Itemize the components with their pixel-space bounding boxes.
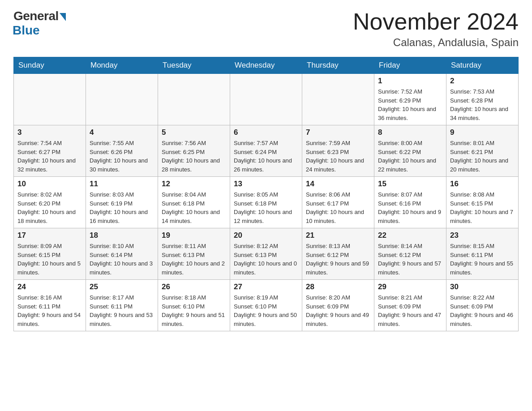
day-number: 11 (90, 180, 154, 188)
day-info: Sunrise: 8:14 AMSunset: 6:12 PMDaylight:… (378, 242, 442, 277)
week-row-2: 3Sunrise: 7:54 AMSunset: 6:27 PMDaylight… (14, 125, 519, 177)
day-info: Sunrise: 7:52 AMSunset: 6:29 PMDaylight:… (378, 87, 442, 122)
day-info: Sunrise: 7:55 AMSunset: 6:26 PMDaylight:… (90, 139, 154, 174)
logo-blue-text: Blue (13, 23, 40, 38)
day-info: Sunrise: 8:09 AMSunset: 6:15 PMDaylight:… (17, 242, 82, 277)
day-info: Sunrise: 7:59 AMSunset: 6:23 PMDaylight:… (306, 139, 370, 174)
day-info: Sunrise: 8:20 AMSunset: 6:09 PMDaylight:… (306, 293, 370, 328)
week-row-1: 1Sunrise: 7:52 AMSunset: 6:29 PMDaylight… (14, 74, 519, 125)
day-number: 3 (17, 128, 82, 137)
calendar-cell (302, 74, 374, 125)
calendar-cell: 26Sunrise: 8:18 AMSunset: 6:10 PMDayligh… (158, 280, 230, 331)
calendar-cell: 8Sunrise: 8:00 AMSunset: 6:22 PMDaylight… (374, 125, 446, 177)
day-number: 13 (234, 180, 298, 188)
day-number: 4 (90, 128, 154, 137)
day-info: Sunrise: 8:18 AMSunset: 6:10 PMDaylight:… (162, 293, 226, 328)
day-info: Sunrise: 8:19 AMSunset: 6:10 PMDaylight:… (234, 293, 298, 328)
day-number: 8 (378, 128, 442, 137)
calendar-cell: 28Sunrise: 8:20 AMSunset: 6:09 PMDayligh… (302, 280, 374, 331)
header-sunday: Sunday (14, 57, 86, 74)
calendar-cell: 1Sunrise: 7:52 AMSunset: 6:29 PMDaylight… (374, 74, 446, 125)
calendar-cell (86, 74, 158, 125)
calendar-cell (230, 74, 302, 125)
day-number: 29 (378, 283, 442, 291)
day-number: 10 (17, 180, 82, 188)
day-info: Sunrise: 8:21 AMSunset: 6:09 PMDaylight:… (378, 293, 442, 328)
day-number: 1 (378, 77, 442, 86)
day-number: 17 (17, 231, 82, 240)
day-info: Sunrise: 8:03 AMSunset: 6:19 PMDaylight:… (90, 190, 154, 225)
day-info: Sunrise: 8:07 AMSunset: 6:16 PMDaylight:… (378, 190, 442, 225)
calendar-cell: 15Sunrise: 8:07 AMSunset: 6:16 PMDayligh… (374, 177, 446, 228)
day-info: Sunrise: 7:57 AMSunset: 6:24 PMDaylight:… (234, 139, 298, 174)
calendar-cell: 16Sunrise: 8:08 AMSunset: 6:15 PMDayligh… (446, 177, 519, 228)
day-number: 12 (162, 180, 226, 188)
calendar-cell: 29Sunrise: 8:21 AMSunset: 6:09 PMDayligh… (374, 280, 446, 331)
day-info: Sunrise: 8:05 AMSunset: 6:18 PMDaylight:… (234, 190, 298, 225)
day-number: 2 (450, 77, 515, 86)
day-number: 5 (162, 128, 226, 137)
calendar-cell: 24Sunrise: 8:16 AMSunset: 6:11 PMDayligh… (14, 280, 86, 331)
day-info: Sunrise: 8:06 AMSunset: 6:17 PMDaylight:… (306, 190, 370, 225)
day-number: 20 (234, 231, 298, 240)
logo-top: General (13, 9, 66, 23)
day-number: 28 (306, 283, 370, 291)
calendar-cell: 20Sunrise: 8:12 AMSunset: 6:13 PMDayligh… (230, 228, 302, 280)
calendar-cell: 10Sunrise: 8:02 AMSunset: 6:20 PMDayligh… (14, 177, 86, 228)
logo-arrow-icon (60, 13, 66, 21)
calendar-cell: 30Sunrise: 8:22 AMSunset: 6:09 PMDayligh… (446, 280, 519, 331)
day-number: 15 (378, 180, 442, 188)
calendar-cell: 4Sunrise: 7:55 AMSunset: 6:26 PMDaylight… (86, 125, 158, 177)
day-info: Sunrise: 8:15 AMSunset: 6:11 PMDaylight:… (450, 242, 515, 277)
calendar-cell: 5Sunrise: 7:56 AMSunset: 6:25 PMDaylight… (158, 125, 230, 177)
day-info: Sunrise: 7:53 AMSunset: 6:28 PMDaylight:… (450, 87, 515, 122)
calendar-cell: 2Sunrise: 7:53 AMSunset: 6:28 PMDaylight… (446, 74, 519, 125)
week-row-5: 24Sunrise: 8:16 AMSunset: 6:11 PMDayligh… (14, 280, 519, 331)
calendar-cell: 6Sunrise: 7:57 AMSunset: 6:24 PMDaylight… (230, 125, 302, 177)
day-number: 25 (90, 283, 154, 291)
day-number: 21 (306, 231, 370, 240)
calendar-cell: 7Sunrise: 7:59 AMSunset: 6:23 PMDaylight… (302, 125, 374, 177)
logo: General Blue (13, 9, 66, 38)
day-info: Sunrise: 8:01 AMSunset: 6:21 PMDaylight:… (450, 139, 515, 174)
calendar-cell: 21Sunrise: 8:13 AMSunset: 6:12 PMDayligh… (302, 228, 374, 280)
location-title: Calanas, Andalusia, Spain (353, 36, 519, 49)
header-thursday: Thursday (302, 57, 374, 74)
calendar-cell: 18Sunrise: 8:10 AMSunset: 6:14 PMDayligh… (86, 228, 158, 280)
calendar-header-row: SundayMondayTuesdayWednesdayThursdayFrid… (14, 57, 519, 74)
day-info: Sunrise: 8:16 AMSunset: 6:11 PMDaylight:… (17, 293, 82, 328)
month-title: November 2024 (353, 9, 519, 34)
day-number: 24 (17, 283, 82, 291)
day-number: 19 (162, 231, 226, 240)
calendar-cell: 22Sunrise: 8:14 AMSunset: 6:12 PMDayligh… (374, 228, 446, 280)
calendar-cell (158, 74, 230, 125)
day-info: Sunrise: 8:12 AMSunset: 6:13 PMDaylight:… (234, 242, 298, 277)
day-number: 18 (90, 231, 154, 240)
day-info: Sunrise: 7:56 AMSunset: 6:25 PMDaylight:… (162, 139, 226, 174)
day-number: 22 (378, 231, 442, 240)
calendar-cell: 23Sunrise: 8:15 AMSunset: 6:11 PMDayligh… (446, 228, 519, 280)
day-info: Sunrise: 8:00 AMSunset: 6:22 PMDaylight:… (378, 139, 442, 174)
calendar-cell: 12Sunrise: 8:04 AMSunset: 6:18 PMDayligh… (158, 177, 230, 228)
header-wednesday: Wednesday (230, 57, 302, 74)
header-saturday: Saturday (446, 57, 519, 74)
day-info: Sunrise: 8:11 AMSunset: 6:13 PMDaylight:… (162, 242, 226, 277)
day-number: 30 (450, 283, 515, 291)
calendar-cell: 19Sunrise: 8:11 AMSunset: 6:13 PMDayligh… (158, 228, 230, 280)
day-info: Sunrise: 8:04 AMSunset: 6:18 PMDaylight:… (162, 190, 226, 225)
day-number: 16 (450, 180, 515, 188)
calendar-cell: 17Sunrise: 8:09 AMSunset: 6:15 PMDayligh… (14, 228, 86, 280)
header-friday: Friday (374, 57, 446, 74)
day-info: Sunrise: 8:13 AMSunset: 6:12 PMDaylight:… (306, 242, 370, 277)
day-number: 26 (162, 283, 226, 291)
calendar-cell (14, 74, 86, 125)
page-header: General Blue November 2024 Calanas, Anda… (13, 9, 519, 49)
calendar-cell: 25Sunrise: 8:17 AMSunset: 6:11 PMDayligh… (86, 280, 158, 331)
calendar-cell: 3Sunrise: 7:54 AMSunset: 6:27 PMDaylight… (14, 125, 86, 177)
header-monday: Monday (86, 57, 158, 74)
header-tuesday: Tuesday (158, 57, 230, 74)
day-info: Sunrise: 8:22 AMSunset: 6:09 PMDaylight:… (450, 293, 515, 328)
day-number: 23 (450, 231, 515, 240)
calendar-cell: 9Sunrise: 8:01 AMSunset: 6:21 PMDaylight… (446, 125, 519, 177)
day-info: Sunrise: 8:02 AMSunset: 6:20 PMDaylight:… (17, 190, 82, 225)
